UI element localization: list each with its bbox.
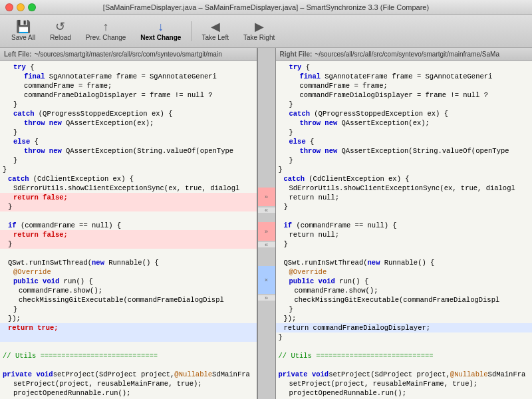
left-code-area[interactable]: try { final SgAnnotateFrame frame = SgAn… (0, 61, 257, 399)
reload-icon: ↺ (55, 21, 65, 33)
code-line: commandFrame = frame; (0, 81, 257, 90)
diff-arrow-left2: « (265, 241, 268, 248)
reload-label: Reload (50, 34, 71, 41)
code-line: } (0, 156, 257, 165)
code-line: commandFrameDialogDisplayer = frame != n… (276, 90, 533, 100)
code-line: } (276, 239, 533, 249)
right-file-label: Right File: (280, 51, 313, 58)
code-line: SdErrorUtils.showClientExceptionSync(ex,… (276, 184, 533, 193)
code-line: throw new QAssertException(ex); (276, 118, 533, 128)
code-line: SdErrorUtils.showClientExceptionSync(ex,… (0, 184, 257, 193)
code-line: private void setProject(SdProject projec… (276, 370, 533, 379)
right-code-content: try { final SgAnnotateFrame frame = SgAn… (276, 61, 533, 399)
minimize-button[interactable] (17, 3, 25, 11)
code-line: @Override (0, 267, 257, 277)
code-line: } (276, 305, 533, 314)
save-all-icon: 💾 (16, 21, 31, 33)
maximize-button[interactable] (28, 3, 36, 11)
code-line: } (0, 305, 257, 314)
code-line (0, 211, 257, 221)
code-line: public void run() { (0, 277, 257, 286)
toolbar-separator (191, 21, 192, 41)
code-line: public void run() { (276, 277, 533, 286)
code-line: } (0, 100, 257, 109)
code-line: if (commandFrame == null) { (276, 221, 533, 230)
code-line: } (276, 202, 533, 211)
code-line: catch (QProgressStoppedException ex) { (0, 109, 257, 118)
prev-change-button[interactable]: ↑ Prev. Change (80, 17, 132, 45)
code-line: QSwt.runInSwtThread(new Runnable() { (276, 258, 533, 267)
code-line-diff: return false; (0, 193, 257, 202)
right-panel: Right File: ~/sources/all/src/all/src/co… (276, 48, 533, 399)
next-change-button[interactable]: ↓ Next Change (134, 17, 187, 45)
save-all-label: Save All (11, 34, 35, 41)
next-change-icon: ↓ (158, 21, 164, 33)
left-code-content: try { final SgAnnotateFrame frame = SgAn… (0, 61, 257, 399)
take-left-label: Take Left (201, 34, 229, 41)
code-line: // Utils ============================ (276, 351, 533, 360)
code-line: }); (0, 314, 257, 323)
code-line: } (276, 128, 533, 137)
code-line: } (276, 100, 533, 109)
diff-arrow-right3: » (265, 295, 268, 301)
code-line (276, 342, 533, 351)
left-path-bar: Left File: ~/sources/smartgit/master/src… (0, 48, 257, 61)
code-line: catch (CdClientException ex) { (276, 174, 533, 184)
code-line: projectOpenedRunnable.run(); (0, 388, 257, 398)
code-line: throw new QAssertException(ex); (0, 118, 257, 128)
code-line: @Override (276, 267, 533, 277)
code-line-diff: return true; (0, 323, 257, 332)
prev-change-icon: ↑ (103, 21, 109, 33)
right-path-bar: Right File: ~/sources/all/src/all/src/co… (276, 48, 533, 61)
code-line: throw new QAssertException(String.valueO… (0, 146, 257, 156)
diff-x-icon: × (265, 277, 268, 283)
code-line: commandFrameDialogDisplayer = frame != n… (0, 90, 257, 100)
take-left-button[interactable]: ◀ Take Left (196, 17, 235, 45)
diff-arrow-right2: » (265, 228, 268, 235)
toolbar: 💾 Save All ↺ Reload ↑ Prev. Change ↓ Nex… (0, 15, 532, 48)
code-line: private void setProject(SdProject projec… (0, 370, 257, 379)
code-line: catch (CdClientException ex) { (0, 174, 257, 184)
diff-arrow-left: « (265, 207, 268, 213)
window-controls[interactable] (5, 3, 36, 11)
right-code-area[interactable]: try { final SgAnnotateFrame frame = SgAn… (276, 61, 533, 399)
left-panel: Left File: ~/sources/smartgit/master/src… (0, 48, 257, 399)
take-right-label: Take Right (243, 34, 275, 41)
right-file-path: ~/sources/all/src/all/src/com/syntevo/sm… (315, 51, 499, 58)
code-line: return null; (276, 193, 533, 202)
code-line-diff: return false; (0, 230, 257, 239)
code-line: QSwt.runInSwtThread(new Runnable() { (0, 258, 257, 267)
code-line: final SgAnnotateFrame frame = SgAnnotate… (0, 72, 257, 81)
save-all-button[interactable]: 💾 Save All (5, 17, 41, 45)
code-line: } (276, 156, 533, 165)
code-line: // Utils ============================ (0, 351, 257, 360)
code-line: setProject(project, reusableMainFrame, t… (276, 379, 533, 388)
reload-button[interactable]: ↺ Reload (44, 17, 77, 45)
code-line: } (0, 165, 257, 174)
diff-gutter: » « » « × » (257, 48, 276, 399)
code-line (276, 360, 533, 370)
left-file-label: Left File: (4, 51, 32, 58)
diff-arrow-right: » (265, 194, 268, 200)
code-line: throw new QAssertException(String.valueO… (276, 146, 533, 156)
code-line: projectOpenedRunnable.run(); (276, 388, 533, 398)
code-line-diff: } (0, 239, 257, 249)
prev-change-label: Prev. Change (86, 34, 126, 41)
code-line (276, 211, 533, 221)
code-line: final SgAnnotateFrame frame = SgAnnotate… (276, 72, 533, 81)
code-line: } (0, 128, 257, 137)
code-line: } (276, 332, 533, 342)
code-line-diff: return commandFrameDialogDisplayer; (276, 323, 533, 332)
take-right-button[interactable]: ▶ Take Right (237, 17, 281, 45)
code-line (0, 249, 257, 258)
window-title: [SaMainFrameDisplayer.java – SaMainFrame… (103, 3, 429, 11)
close-button[interactable] (5, 3, 13, 11)
code-line-diff (0, 332, 257, 342)
code-line: }); (276, 314, 533, 323)
code-line: checkMissingGitExecutable(commandFrameDi… (276, 295, 533, 305)
code-line: else { (0, 137, 257, 146)
take-left-icon: ◀ (211, 21, 220, 33)
next-change-label: Next Change (140, 34, 181, 41)
code-line (0, 342, 257, 351)
code-line: try { (276, 63, 533, 72)
